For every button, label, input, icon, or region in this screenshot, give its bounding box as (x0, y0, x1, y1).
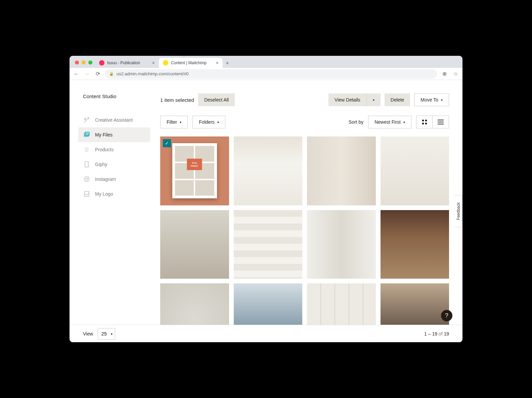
files-icon (83, 131, 90, 138)
grid-icon (422, 119, 427, 125)
svg-rect-11 (425, 123, 427, 124)
deselect-all-button[interactable]: Deselect All (198, 93, 235, 106)
svg-rect-13 (438, 122, 444, 122)
page-title: Content Studio (83, 93, 153, 99)
thumbnail-image (381, 210, 449, 279)
back-button[interactable]: ← (73, 71, 80, 77)
move-to-label: Move To (420, 97, 438, 103)
address-bar: ← → ⟳ 🔒 us2.admin.mailchimp.com/content/… (70, 68, 462, 80)
close-tab-button[interactable]: × (216, 60, 219, 66)
sidebar-item-creative-assistant[interactable]: Creative Assistant (78, 113, 150, 127)
sidebar-item-instagram[interactable]: Instagram (78, 172, 150, 187)
filter-toolbar: Filter ▾ Folders ▾ Sort by Newest First … (160, 116, 449, 128)
list-view-button[interactable] (433, 116, 449, 128)
sidebar-item-label: Creative Assistant (95, 117, 133, 123)
sidebar-item-label: Giphy (95, 162, 107, 167)
sidebar-item-label: Instagram (95, 176, 116, 182)
move-to-button[interactable]: Move To ▾ (414, 93, 449, 106)
browser-tab[interactable]: Content | Mailchimp × (159, 58, 223, 68)
file-tile[interactable] (307, 210, 376, 279)
file-tile[interactable] (381, 136, 449, 205)
filter-button[interactable]: Filter ▾ (160, 116, 188, 128)
chevron-down-icon: ▾ (180, 120, 181, 124)
sidebar-item-products[interactable]: Products (78, 142, 150, 157)
view-details-button[interactable]: View Details (328, 93, 367, 106)
view-details-dropdown[interactable]: ▾ (367, 93, 381, 106)
folders-button[interactable]: Folders ▾ (192, 116, 225, 128)
giphy-icon (83, 161, 90, 168)
shirt-icon (83, 146, 90, 153)
chevron-down-icon: ▾ (403, 120, 405, 124)
file-tile[interactable] (160, 283, 229, 325)
new-tab-button[interactable]: + (223, 58, 232, 68)
sort-select[interactable]: Newest First ▾ (368, 116, 411, 128)
thumbnail-image (234, 136, 303, 205)
file-tile[interactable] (381, 283, 449, 325)
forward-button[interactable]: → (84, 71, 90, 77)
thumbnail-image (381, 283, 449, 325)
help-button[interactable]: ? (441, 310, 452, 321)
thumbnail-image (234, 283, 303, 325)
svg-rect-9 (425, 120, 427, 121)
svg-point-5 (86, 178, 88, 181)
thumbnail-image (307, 210, 376, 279)
chevron-down-icon: ▾ (373, 98, 374, 102)
file-tile[interactable] (381, 210, 449, 279)
sidebar: Content Studio Creative Assistant My Fil… (70, 93, 153, 325)
bookmark-icon[interactable]: ☆ (452, 71, 459, 77)
sidebar-item-giphy[interactable]: Giphy (78, 157, 150, 172)
close-window-button[interactable] (75, 61, 79, 65)
thumbnail-image (307, 283, 376, 325)
grid-view-button[interactable] (416, 116, 433, 128)
browser-tab[interactable]: Issuu - Publication × (95, 58, 159, 68)
tab-title: Issuu - Publication (107, 61, 140, 65)
file-tile[interactable]: EtsyMaker✓ (160, 136, 229, 205)
file-tile[interactable] (234, 136, 303, 205)
folders-label: Folders (199, 119, 215, 125)
files-grid: EtsyMaker✓ (160, 136, 449, 325)
thumbnail-image (160, 210, 229, 279)
filter-label: Filter (167, 119, 177, 125)
svg-rect-10 (422, 123, 424, 124)
view-details-group: View Details ▾ (328, 93, 381, 106)
svg-point-6 (88, 177, 89, 178)
sort-by-label: Sort by (349, 119, 363, 125)
chevron-down-icon: ▾ (217, 120, 219, 124)
wand-icon (83, 116, 90, 124)
sidebar-item-my-files[interactable]: My Files (78, 127, 150, 142)
view-mode-toggle (416, 116, 449, 128)
svg-rect-8 (422, 120, 424, 121)
thumbnail-image (160, 283, 229, 325)
sidebar-item-my-logo[interactable]: My Logo (78, 187, 150, 201)
file-tile[interactable] (160, 210, 229, 279)
thumbnail-image (307, 136, 376, 205)
list-icon (438, 120, 444, 124)
zoom-icon[interactable]: ⊕ (441, 71, 448, 77)
page-size-select[interactable]: 25 (98, 328, 115, 340)
selection-toolbar: 1 item selected Deselect All View Detail… (160, 93, 449, 106)
close-tab-button[interactable]: × (152, 60, 155, 66)
url-text: us2.admin.mailchimp.com/content/#0 (117, 71, 189, 76)
file-tile[interactable] (234, 210, 303, 279)
file-tile[interactable] (307, 283, 376, 325)
maximize-window-button[interactable] (88, 61, 92, 65)
svg-rect-3 (85, 162, 88, 167)
logo-icon (83, 190, 90, 198)
tab-title: Content | Mailchimp (171, 61, 207, 65)
feedback-button[interactable]: Feedback (455, 195, 462, 227)
sidebar-item-label: My Files (95, 132, 113, 137)
reload-button[interactable]: ⟳ (94, 71, 101, 77)
minimize-window-button[interactable] (82, 61, 86, 65)
instagram-icon (83, 175, 90, 183)
main-content: 1 item selected Deselect All View Detail… (153, 93, 462, 325)
favicon-icon (99, 60, 104, 66)
file-tile[interactable] (307, 136, 376, 205)
delete-button[interactable]: Delete (385, 93, 410, 106)
thumbnail-image (234, 210, 303, 279)
file-tile[interactable] (234, 283, 303, 325)
svg-rect-14 (438, 124, 444, 124)
lock-icon: 🔒 (109, 72, 114, 76)
sort-value: Newest First (374, 119, 401, 125)
url-field[interactable]: 🔒 us2.admin.mailchimp.com/content/#0 (105, 69, 437, 79)
sidebar-item-label: Products (95, 147, 114, 152)
